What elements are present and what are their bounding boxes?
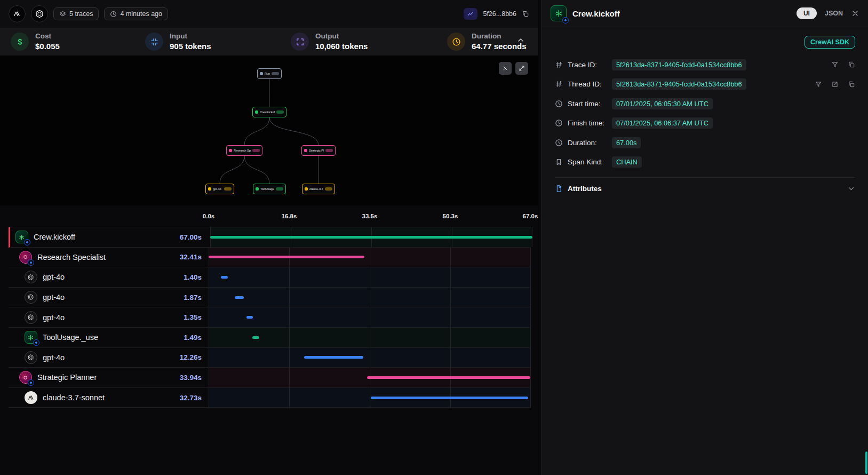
graph-node-strategic-planner[interactable]: Strategic Planner [301,145,336,156]
timeline-row-gpt-4o[interactable]: gpt-4o1.40s [9,267,531,288]
scrollbar-thumb[interactable] [865,452,867,474]
gridline [209,328,209,347]
gridline [289,307,290,327]
gridline [530,348,531,368]
timeline-row-strategic-planner[interactable]: Strategic Planner33.94s [9,368,531,388]
graph-expand-button[interactable] [515,62,528,75]
copy-icon[interactable] [848,61,855,68]
graph-node-toolusage-use[interactable]: ToolUsage._use [253,184,286,194]
traces-count-badge[interactable]: 5 traces [53,7,99,20]
timeline-row-gpt-4o[interactable]: gpt-4o12.26s [9,348,531,368]
tab-ui[interactable]: UI [797,7,817,19]
trace-age-badge[interactable]: 4 minutes ago [104,7,168,20]
timeline-row-claude-3-7-sonnet[interactable]: claude-3.7-sonnet32.73s [9,388,531,408]
gridline [209,348,209,368]
timeline-row-gpt-4o[interactable]: gpt-4o1.35s [9,307,531,328]
gridline [289,368,290,387]
span-duration: 67.00s [180,233,202,241]
graph-node-run[interactable]: Run [257,68,282,79]
span-duration: 1.49s [184,334,202,342]
span-bar [367,376,530,379]
field-actions [831,61,855,68]
gridline [289,267,290,287]
timeline-section: 0.0s16.8s33.5s50.3s67.0s Crew.kickoff67.… [0,205,538,408]
node-label: ToolUsage._use [260,187,274,191]
gridline [370,248,370,267]
filter-icon[interactable] [815,81,822,88]
gridline [530,307,531,327]
chevron-down-icon[interactable] [847,185,855,193]
crewai-mini-badge-icon [24,239,30,246]
agent-icon [19,251,32,264]
openai-icon [25,351,37,364]
gridline [530,267,531,287]
metrics-chart-icon[interactable] [464,8,477,20]
chart-line-icon [467,10,474,18]
clock-icon [110,11,117,18]
crewai-mini-badge-icon [562,17,569,23]
span-bar [209,256,364,258]
axis-label: 50.3s [443,213,458,219]
tab-json[interactable]: JSON [825,10,843,17]
gridline [370,388,370,408]
gridline [289,328,290,347]
timeline-row-toolusage-use[interactable]: ToolUsage._use1.49s [9,328,531,348]
anthropic-glyph-icon [13,10,21,18]
axis-label: 67.0s [523,213,538,219]
gridline [450,248,451,267]
node-type-icon [255,110,258,114]
span-bar [252,336,259,339]
copy-icon[interactable] [522,10,529,18]
field-finish-time: Finish time:07/01/2025, 06:06:37 AM UTC [555,114,855,133]
field-value: CHAIN [612,156,642,168]
timeline-row-crew-kickoff[interactable]: Crew.kickoff67.00s [9,227,531,248]
expand-icon [519,65,525,72]
hash-icon [555,80,563,88]
trace-age-label: 4 minutes ago [120,10,162,18]
stat-value: $0.055 [35,41,60,52]
external-icon[interactable] [831,81,839,88]
node-badge [272,72,279,75]
field-label: Thread ID: [568,80,607,88]
gridline [450,288,451,307]
field-duration: Duration:67.00s [555,133,855,153]
timeline-rows: Crew.kickoff67.00sResearch Specialist32.… [9,227,531,408]
file-icon [555,185,563,193]
timeline-row-research-specialist[interactable]: Research Specialist32.41s [9,248,531,268]
span-duration: 1.40s [184,273,202,281]
graph-node-claude-3-7-sonnet[interactable]: claude-3.7-sonnet [302,184,335,194]
close-panel-icon[interactable] [851,9,859,18]
timeline-track [209,267,531,287]
graph-node-gpt-4o[interactable]: gpt-4o [205,184,234,194]
gridline [209,288,209,307]
span-name: Strategic Planner [37,373,97,382]
field-label: Finish time: [568,119,607,127]
gridline [209,307,209,327]
node-badge [224,187,232,191]
node-type-icon [256,187,259,191]
node-badge [276,110,284,114]
graph-node-crew-kickoff[interactable]: Crew.kickoff [252,107,286,117]
timeline-track [210,227,532,247]
field-value: 5f2613da-8371-9405-fcdd-0a1534cc8bb6 [612,78,746,90]
timeline-row-gpt-4o[interactable]: gpt-4o1.87s [9,288,531,308]
crew-icon [25,331,37,344]
trace-header-bar: 5 traces 4 minutes ago 5f26...8bb6 [0,0,538,28]
graph-node-research-specialist[interactable]: Research Specialist [226,145,262,156]
node-badge [252,149,260,152]
gridline [289,348,290,368]
span-detail-panel: Crew.kickoff UI JSON CrewAI SDK Trace ID… [541,0,868,475]
field-trace-id: Trace ID:5f2613da-8371-9405-fcdd-0a1534c… [555,55,855,75]
field-value: 5f2613da-8371-9405-fcdd-0a1534cc8bb6 [612,59,746,70]
node-label: Research Specialist [234,149,251,152]
copy-icon[interactable] [848,81,855,88]
stat-value: 905 tokens [170,41,211,52]
span-bar [210,236,532,239]
span-name: gpt-4o [43,313,65,322]
filter-icon[interactable] [831,61,839,68]
compress-icon [145,33,163,51]
stat-value: 10,060 tokens [315,41,368,52]
trace-graph[interactable]: RunCrew.kickoffResearch SpecialistStrate… [0,56,538,205]
attributes-section[interactable]: Attributes [555,177,855,199]
graph-close-button[interactable] [499,62,512,75]
